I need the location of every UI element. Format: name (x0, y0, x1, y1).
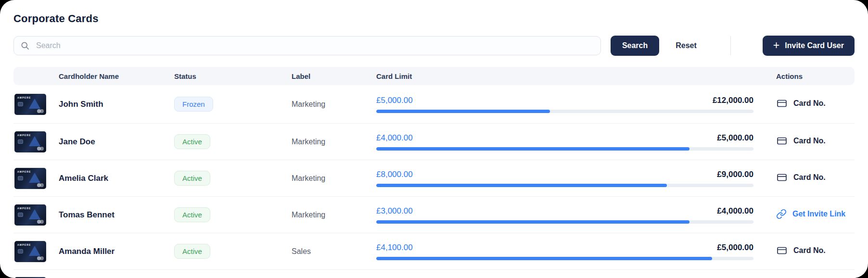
status-cell: Frozen (174, 97, 292, 112)
status-badge: Active (174, 171, 210, 186)
limit-amounts: £4,000.00 £5,000.00 (376, 133, 753, 143)
card-thumbnail: AMPERE (14, 204, 46, 226)
card-chip (18, 249, 23, 253)
row-action-label: Card No. (793, 173, 826, 182)
toolbar-divider (730, 36, 731, 55)
limit-progress-track (376, 110, 753, 113)
card-network-logo (37, 183, 44, 187)
page-title: Corporate Cards (13, 0, 855, 25)
status-cell: Active (174, 134, 292, 149)
row-action-button[interactable]: Card No. (776, 98, 826, 109)
card-network-logo (37, 220, 44, 224)
label-text: Marketing (292, 211, 376, 219)
credit-card-icon (776, 135, 788, 147)
table-row: AMPERE Amelia Clark Active Marketing £8,… (13, 160, 855, 197)
card-logo-triangle (29, 246, 40, 256)
limit-progress-fill (376, 257, 712, 260)
limit-amounts: £8,000.00 £9,000.00 (376, 170, 753, 179)
label-text: Marketing (292, 174, 376, 183)
search-field-wrap (13, 36, 601, 55)
limit-progress-track (376, 220, 753, 224)
card-limit-amount: £5,000.00 (717, 243, 753, 253)
invite-link-icon (776, 209, 787, 219)
header-label: Label (292, 72, 376, 80)
card-thumbnail-cell: AMPERE (13, 131, 59, 152)
card-logo-triangle (29, 173, 40, 183)
actions-cell: Card No. (753, 172, 855, 185)
card-thumbnail: AMPERE (14, 94, 46, 115)
header-actions: Actions (753, 72, 855, 80)
status-cell: Active (174, 244, 292, 259)
header-status: Status (174, 72, 292, 80)
invite-card-user-button[interactable]: + Invite Card User (763, 36, 855, 56)
header-cardholder-name: Cardholder Name (59, 72, 174, 80)
search-input[interactable] (13, 36, 601, 55)
cardholder-name: John Smith (59, 100, 174, 109)
card-thumbnail-cell: AMPERE (13, 241, 59, 262)
status-badge: Active (174, 134, 210, 149)
status-badge: Active (174, 207, 210, 222)
reset-button[interactable]: Reset (670, 36, 702, 56)
cardholder-name: Amelia Clark (59, 174, 174, 183)
card-logo-triangle (29, 99, 40, 109)
card-thumbnail-cell: AMPERE (13, 168, 59, 189)
status-cell: Active (174, 171, 292, 186)
card-chip (18, 213, 23, 217)
plus-icon: + (773, 40, 779, 51)
amount-spent: £4,000.00 (376, 133, 413, 143)
limit-progress-fill (376, 220, 689, 224)
card-limit-amount: £5,000.00 (717, 133, 753, 143)
table-row: AMPERE Amanda Miller Active Sales £4,100… (13, 233, 855, 270)
row-action-label: Get Invite Link (792, 210, 845, 218)
row-action-button[interactable]: Card No. (776, 172, 826, 183)
limit-progress-track (376, 147, 753, 151)
row-action-button[interactable]: Card No. (776, 135, 826, 147)
card-limit-amount: £9,000.00 (717, 170, 753, 179)
card-limit-cell: £4,000.00 £5,000.00 (376, 133, 753, 151)
card-chip (18, 102, 23, 106)
card-chip (18, 176, 23, 180)
actions-cell: Card No. (753, 98, 855, 111)
search-button[interactable]: Search (611, 36, 659, 56)
row-action-button[interactable]: Card No. (776, 245, 826, 256)
amount-spent: £3,000.00 (376, 206, 413, 216)
card-thumbnail-cell: AMPERE (13, 94, 59, 115)
card-network-logo (37, 109, 44, 113)
credit-card-icon (776, 98, 788, 109)
table-row: AMPERE John Smith Frozen Marketing £5,00… (13, 85, 855, 124)
card-thumbnail-cell: AMPERE (13, 204, 59, 226)
row-action-label: Card No. (793, 246, 826, 255)
label-text: Marketing (292, 100, 376, 109)
limit-amounts: £4,100.00 £5,000.00 (376, 243, 753, 253)
label-text: Marketing (292, 138, 376, 146)
search-icon (20, 41, 30, 51)
limit-progress-fill (376, 147, 689, 151)
amount-spent: £5,000.00 (376, 96, 413, 105)
credit-card-icon (776, 172, 788, 183)
actions-cell: Get Invite Link (753, 209, 855, 221)
card-logo-triangle (29, 136, 40, 146)
cardholder-name: Tomas Bennet (59, 210, 174, 220)
toolbar: Search Reset + Invite Card User (13, 36, 855, 56)
table-header-row: Cardholder Name Status Label Card Limit … (13, 67, 855, 85)
card-limit-cell: £8,000.00 £9,000.00 (376, 170, 753, 187)
status-badge: Frozen (174, 97, 213, 112)
limit-progress-track (376, 184, 753, 187)
actions-cell: Card No. (753, 135, 855, 149)
card-chip (18, 139, 23, 144)
cardholder-name: Jane Doe (59, 137, 174, 147)
amount-spent: £4,100.00 (376, 243, 413, 253)
table-row: AMPERE Tomas Bennet Active Marketing £3,… (13, 197, 855, 233)
table-body: AMPERE John Smith Frozen Marketing £5,00… (13, 85, 855, 270)
table-row: AMPERE Jane Doe Active Marketing £4,000.… (13, 124, 855, 160)
card-thumbnail: AMPERE (14, 241, 46, 262)
card-limit-amount: £12,000.00 (713, 96, 753, 105)
row-action-button[interactable]: Get Invite Link (776, 209, 845, 219)
card-limit-cell: £4,100.00 £5,000.00 (376, 243, 753, 260)
limit-progress-track (376, 257, 753, 260)
card-network-logo (37, 147, 44, 151)
card-thumbnail: AMPERE (14, 168, 46, 189)
card-limit-cell: £3,000.00 £4,000.00 (376, 206, 753, 224)
limit-progress-fill (376, 184, 667, 187)
corporate-cards-panel: Corporate Cards Search Reset + Invite Ca… (0, 0, 868, 278)
